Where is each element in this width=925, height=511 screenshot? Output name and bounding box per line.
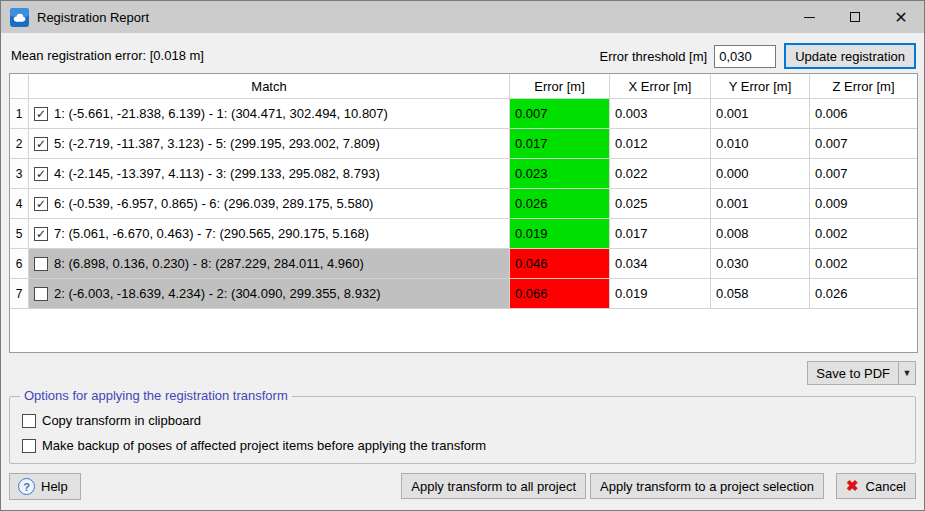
titlebar: Registration Report ✕ [1, 1, 924, 33]
make-backup-checkbox[interactable] [22, 439, 36, 453]
copy-transform-label: Copy transform in clipboard [42, 413, 201, 428]
match-cell: 2: (-6.003, -18.639, 4.234) - 2: (304.09… [29, 279, 510, 308]
cancel-button[interactable]: ✖ Cancel [836, 473, 916, 499]
table-row[interactable]: 2 ✓ 5: (-2.719, -11.387, 3.123) - 5: (29… [10, 129, 917, 159]
minimize-icon[interactable] [786, 1, 832, 33]
match-cell: ✓ 6: (-0.539, -6.957, 0.865) - 6: (296.0… [29, 189, 510, 218]
save-to-pdf-split-button: Save to PDF ▼ [807, 361, 916, 385]
column-header-y-error[interactable]: Y Error [m] [711, 74, 810, 98]
row-checkbox[interactable]: ✓ [34, 167, 48, 181]
maximize-icon[interactable] [832, 1, 878, 33]
options-groupbox: Options for applying the registration tr… [9, 396, 916, 464]
close-icon[interactable]: ✕ [878, 1, 924, 33]
row-number: 2 [10, 129, 29, 158]
z-error-cell: 0.007 [810, 159, 917, 188]
match-cell: ✓ 1: (-5.661, -21.838, 6.139) - 1: (304.… [29, 99, 510, 128]
corner-header-cell [10, 74, 29, 98]
row-checkbox[interactable]: ✓ [34, 137, 48, 151]
row-checkbox[interactable]: ✓ [34, 197, 48, 211]
footer-left: ? Help [9, 473, 81, 500]
row-number: 4 [10, 189, 29, 218]
error-cell: 0.017 [510, 129, 610, 158]
table-row[interactable]: 6 8: (6.898, 0.136, 0.230) - 8: (287.229… [10, 249, 917, 279]
z-error-cell: 0.007 [810, 129, 917, 158]
copy-transform-option[interactable]: Copy transform in clipboard [22, 413, 201, 428]
match-cell: 8: (6.898, 0.136, 0.230) - 8: (287.229, … [29, 249, 510, 278]
z-error-cell: 0.002 [810, 249, 917, 278]
match-table: Match Error [m] X Error [m] Y Error [m] … [9, 73, 918, 353]
x-error-cell: 0.017 [610, 219, 711, 248]
table-row[interactable]: 7 2: (-6.003, -18.639, 4.234) - 2: (304.… [10, 279, 917, 309]
error-cell: 0.007 [510, 99, 610, 128]
error-cell: 0.066 [510, 279, 610, 308]
error-cell: 0.019 [510, 219, 610, 248]
row-checkbox[interactable] [34, 287, 48, 301]
options-group-title: Options for applying the registration tr… [20, 388, 292, 403]
z-error-cell: 0.002 [810, 219, 917, 248]
help-question-icon: ? [18, 478, 35, 495]
row-number: 5 [10, 219, 29, 248]
error-cell: 0.026 [510, 189, 610, 218]
y-error-cell: 0.030 [711, 249, 810, 278]
match-label: 2: (-6.003, -18.639, 4.234) - 2: (304.09… [54, 286, 381, 301]
table-row[interactable]: 3 ✓ 4: (-2.145, -13.397, 4.113) - 3: (29… [10, 159, 917, 189]
match-cell: ✓ 7: (5.061, -6.670, 0.463) - 7: (290.56… [29, 219, 510, 248]
match-label: 1: (-5.661, -21.838, 6.139) - 1: (304.47… [54, 106, 388, 121]
apply-transform-all-button[interactable]: Apply transform to all project [401, 473, 586, 499]
match-table-header: Match Error [m] X Error [m] Y Error [m] … [10, 74, 917, 99]
row-number: 7 [10, 279, 29, 308]
column-header-z-error[interactable]: Z Error [m] [810, 74, 917, 98]
save-to-pdf-button[interactable]: Save to PDF [807, 361, 899, 385]
help-button[interactable]: ? Help [9, 473, 81, 500]
content-area: Match Error [m] X Error [m] Y Error [m] … [1, 33, 924, 510]
x-error-cell: 0.022 [610, 159, 711, 188]
match-label: 8: (6.898, 0.136, 0.230) - 8: (287.229, … [54, 256, 364, 271]
window-controls: ✕ [786, 1, 924, 33]
table-row[interactable]: 1 ✓ 1: (-5.661, -21.838, 6.139) - 1: (30… [10, 99, 917, 129]
table-row[interactable]: 4 ✓ 6: (-0.539, -6.957, 0.865) - 6: (296… [10, 189, 917, 219]
y-error-cell: 0.001 [711, 99, 810, 128]
x-error-cell: 0.034 [610, 249, 711, 278]
row-checkbox[interactable] [34, 257, 48, 271]
error-cell: 0.023 [510, 159, 610, 188]
help-label: Help [41, 479, 68, 494]
x-error-cell: 0.003 [610, 99, 711, 128]
column-header-match[interactable]: Match [29, 74, 510, 98]
app-cloud-icon [10, 8, 29, 27]
row-checkbox[interactable]: ✓ [34, 107, 48, 121]
make-backup-option[interactable]: Make backup of poses of affected project… [22, 438, 486, 453]
z-error-cell: 0.006 [810, 99, 917, 128]
row-number: 3 [10, 159, 29, 188]
copy-transform-checkbox[interactable] [22, 414, 36, 428]
apply-transform-selection-button[interactable]: Apply transform to a project selection [590, 473, 824, 499]
y-error-cell: 0.058 [711, 279, 810, 308]
x-error-cell: 0.019 [610, 279, 711, 308]
y-error-cell: 0.010 [711, 129, 810, 158]
match-table-body: 1 ✓ 1: (-5.661, -21.838, 6.139) - 1: (30… [10, 99, 917, 309]
registration-report-dialog: Registration Report ✕ Mean registration … [0, 0, 925, 511]
y-error-cell: 0.001 [711, 189, 810, 218]
y-error-cell: 0.008 [711, 219, 810, 248]
table-empty-area [10, 309, 917, 352]
match-cell: ✓ 5: (-2.719, -11.387, 3.123) - 5: (299.… [29, 129, 510, 158]
make-backup-label: Make backup of poses of affected project… [42, 438, 486, 453]
z-error-cell: 0.009 [810, 189, 917, 218]
column-header-x-error[interactable]: X Error [m] [610, 74, 711, 98]
match-cell: ✓ 4: (-2.145, -13.397, 4.113) - 3: (299.… [29, 159, 510, 188]
cancel-x-icon: ✖ [846, 477, 859, 495]
match-label: 5: (-2.719, -11.387, 3.123) - 5: (299.19… [54, 136, 380, 151]
row-number: 1 [10, 99, 29, 128]
match-label: 7: (5.061, -6.670, 0.463) - 7: (290.565,… [54, 226, 369, 241]
table-row[interactable]: 5 ✓ 7: (5.061, -6.670, 0.463) - 7: (290.… [10, 219, 917, 249]
row-number: 6 [10, 249, 29, 278]
row-checkbox[interactable]: ✓ [34, 227, 48, 241]
save-to-pdf-dropdown-icon[interactable]: ▼ [899, 361, 916, 385]
window-title: Registration Report [37, 10, 149, 25]
z-error-cell: 0.026 [810, 279, 917, 308]
match-label: 4: (-2.145, -13.397, 4.113) - 3: (299.13… [54, 166, 380, 181]
footer-right: Apply transform to all project Apply tra… [401, 473, 916, 499]
y-error-cell: 0.000 [711, 159, 810, 188]
column-header-error[interactable]: Error [m] [510, 74, 610, 98]
x-error-cell: 0.012 [610, 129, 711, 158]
cancel-label: Cancel [866, 479, 906, 494]
